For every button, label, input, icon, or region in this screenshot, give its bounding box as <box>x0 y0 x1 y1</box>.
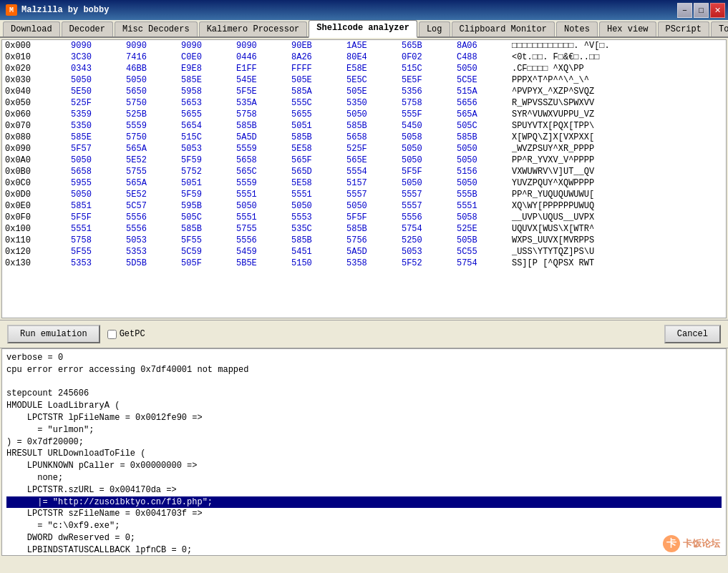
list-item: = "c:\0xf9.exe"; <box>6 520 722 532</box>
hex-value: C0E0 <box>178 52 233 63</box>
hex-value: 5655 <box>178 109 233 120</box>
hex-value: 585A <box>288 86 344 97</box>
table-row: 0x0B0565857555752565C565D55545F5F5156VXW… <box>2 166 726 177</box>
hex-address: 0x0A0 <box>2 155 68 166</box>
hex-value: 515C <box>178 132 233 143</box>
hex-value: 5F5F <box>344 212 399 223</box>
hex-value: 5750 <box>123 132 178 143</box>
tab-clipboard-monitor[interactable]: Clipboard Monitor <box>452 21 555 36</box>
table-row: 0x13053535D5B505F5B5E515053585F525754SS]… <box>2 258 726 269</box>
hex-value: 5D5B <box>123 258 178 269</box>
tab-kalimero-processor[interactable]: Kalimero Processor <box>199 21 308 36</box>
hex-value: 5551 <box>68 223 123 235</box>
hex-value: 5050 <box>123 74 178 86</box>
list-item: LPCTSTR szFileName = 0x0041703f => <box>6 508 722 520</box>
log-scroll[interactable]: verbose = 0cpu error error accessing 0x7… <box>2 349 726 555</box>
hex-value: 5051 <box>178 177 233 189</box>
hex-value: 5050 <box>454 63 509 74</box>
table-row: 0x10055515556585B5755535C585B5754525EUQU… <box>2 223 726 235</box>
hex-value: 5C5E <box>454 74 509 86</box>
watermark-icon: 卡 <box>663 535 680 552</box>
hex-address: 0x030 <box>2 74 68 86</box>
hex-value: 545E <box>233 74 288 86</box>
hex-value: 1A5E <box>344 40 399 52</box>
tab-decoder[interactable]: Decoder <box>62 21 113 36</box>
hex-value: 5955 <box>68 177 123 189</box>
table-row: 0x1205F5553535C59545954515A5D50535C55_US… <box>2 246 726 258</box>
ascii-value: VXWUWRV\V]UT__QV <box>509 166 726 177</box>
hex-value: 5551 <box>233 189 288 200</box>
hex-value: 5050 <box>233 200 288 212</box>
list-item: verbose = 0 <box>6 352 722 364</box>
table-row: 0x03050505050585E545E505E5E5C5E5F5C5EPPP… <box>2 74 726 86</box>
tab-shellcode-analyzer[interactable]: Shellcode analyzer <box>309 20 417 38</box>
hex-value: 5350 <box>344 97 399 109</box>
hex-address: 0x120 <box>2 246 68 258</box>
ascii-value: .CF□□□□ ^XQ\PP <box>509 63 726 74</box>
hex-value: 565A <box>123 177 178 189</box>
ascii-value: <0t.□□. F□&€□..□□ <box>509 52 726 63</box>
ascii-value: YUVZPQUY^XQWPPPP <box>509 177 726 189</box>
run-emulation-button[interactable]: Run emulation <box>7 325 100 343</box>
hex-value: 9090 <box>233 40 288 52</box>
table-row: 0x0A050505E525F595658565F565E50505050PP^… <box>2 155 726 166</box>
tab-bar: DownloadDecoderMisc DecodersKalimero Pro… <box>0 20 728 38</box>
hex-value: 535C <box>288 223 344 235</box>
tab-pscript[interactable]: PScript <box>658 21 709 36</box>
table-row: 0x0C05955565A505155595E58515750505050YUV… <box>2 177 726 189</box>
table-row: 0x0103C307416C0E004468A2680E40F02C488<0t… <box>2 52 726 63</box>
tab-misc-decoders[interactable]: Misc Decoders <box>115 21 198 36</box>
minimize-button[interactable]: − <box>677 3 692 18</box>
ascii-value: __UVP\UQUS__UVPX <box>509 212 726 223</box>
list-item: = "urlmon"; <box>6 424 722 436</box>
tab-tools[interactable]: Tools <box>711 21 728 36</box>
hex-value: 5556 <box>399 212 454 223</box>
hex-value: 565D <box>288 166 344 177</box>
hex-value: 5459 <box>233 246 288 258</box>
ascii-value: ^PVPYX_^XZP^SVQZ <box>509 86 726 97</box>
getpc-label[interactable]: GetPC <box>107 329 145 339</box>
getpc-checkbox[interactable] <box>107 330 117 339</box>
hex-value: 5A5D <box>233 132 288 143</box>
hex-value: 5C55 <box>454 246 509 258</box>
hex-value: 5658 <box>233 155 288 166</box>
hex-value: 5556 <box>123 223 178 235</box>
hex-value: 5750 <box>123 97 178 109</box>
hex-value: 5E58 <box>288 143 344 155</box>
close-button[interactable]: ✕ <box>710 3 725 18</box>
hex-value: 505C <box>454 120 509 132</box>
title-bar-content: M Malzilla by bobby <box>3 4 109 16</box>
hex-value: 555B <box>454 189 509 200</box>
hex-value: 5050 <box>68 74 123 86</box>
hex-scroll[interactable]: 0x000909090909090909090EB1A5E565B8A06□□□… <box>2 40 726 318</box>
hex-value: 5851 <box>68 200 123 212</box>
hex-value: 5053 <box>399 246 454 258</box>
hex-value: 535A <box>233 97 288 109</box>
tab-download[interactable]: Download <box>3 21 60 36</box>
hex-value: 5450 <box>399 120 454 132</box>
hex-value: 5350 <box>68 120 123 132</box>
hex-value: 505B <box>454 235 509 246</box>
maximize-button[interactable]: □ <box>694 3 709 18</box>
hex-value: 505E <box>344 86 399 97</box>
hex-value: 5F59 <box>178 189 233 200</box>
hex-value: 5754 <box>454 258 509 269</box>
hex-value: 5050 <box>399 143 454 155</box>
hex-address: 0x000 <box>2 40 68 52</box>
tab-hex-view[interactable]: Hex view <box>599 21 656 36</box>
hex-value: 5F5F <box>399 166 454 177</box>
table-row: 0x070535055595654585B5051585B5450505CSPU… <box>2 120 726 132</box>
tab-log[interactable]: Log <box>419 21 450 36</box>
ascii-value: XQ\WY[PPPPPPUWUQ <box>509 200 726 212</box>
hex-value: 5050 <box>68 155 123 166</box>
hex-value: 5554 <box>344 166 399 177</box>
tab-notes[interactable]: Notes <box>556 21 598 36</box>
hex-value: 5356 <box>399 86 454 97</box>
hex-value: 5353 <box>68 258 123 269</box>
hex-value: 3C30 <box>68 52 123 63</box>
ascii-value: SS][P [^QPSX RWT <box>509 258 726 269</box>
cancel-button[interactable]: Cancel <box>664 325 721 343</box>
hex-value: 5058 <box>399 132 454 143</box>
table-row: 0x110575850535F555556585B57565250505BWXP… <box>2 235 726 246</box>
hex-address: 0x020 <box>2 63 68 74</box>
